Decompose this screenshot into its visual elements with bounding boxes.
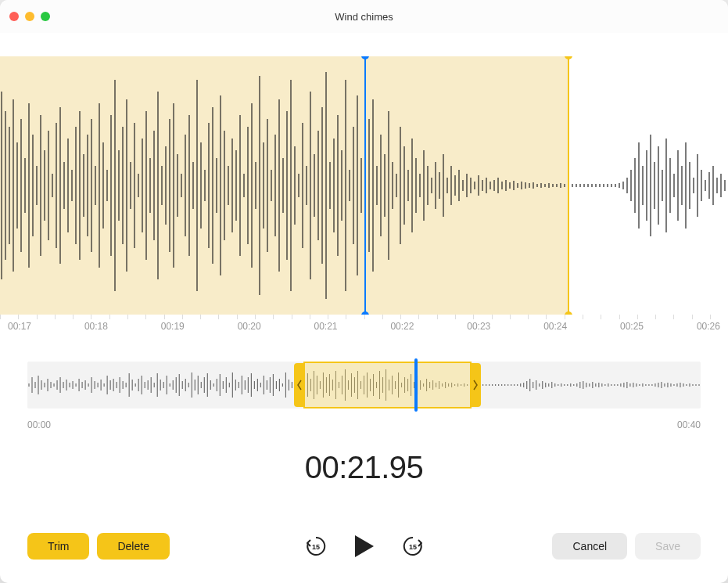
timeline-label: 00:24 <box>543 321 567 332</box>
timeline-label: 00:25 <box>620 321 644 332</box>
overview-labels: 00:00 00:40 <box>27 419 701 430</box>
close-window-button[interactable] <box>9 12 19 21</box>
save-button: Save <box>635 533 701 560</box>
skip-forward-15-icon: 15 <box>401 534 425 558</box>
skip-back-button[interactable]: 15 <box>303 534 328 559</box>
controls-left: Trim Delete <box>27 533 170 560</box>
main-waveform-area[interactable] <box>0 56 728 315</box>
voice-memos-edit-window: Wind chimes 00:17 00:18 00:19 00:20 00:2… <box>0 0 728 583</box>
overview-start-label: 00:00 <box>27 419 51 430</box>
svg-text:15: 15 <box>311 543 319 551</box>
delete-button[interactable]: Delete <box>97 533 169 560</box>
timeline-label: 00:22 <box>390 321 414 332</box>
trim-handle-right[interactable] <box>470 363 481 407</box>
overview-playhead[interactable] <box>414 358 418 412</box>
minimize-window-button[interactable] <box>25 12 34 21</box>
chevron-left-icon <box>296 379 303 391</box>
playhead[interactable] <box>364 56 366 315</box>
play-icon <box>353 534 375 559</box>
controls-bar: Trim Delete 15 15 <box>0 533 728 560</box>
cancel-button[interactable]: Cancel <box>552 533 627 560</box>
overview-end-label: 00:40 <box>677 419 701 430</box>
trim-button[interactable]: Trim <box>27 533 89 560</box>
skip-back-15-icon: 15 <box>304 534 328 558</box>
svg-text:15: 15 <box>408 543 416 551</box>
trim-end-marker[interactable] <box>568 56 569 315</box>
timeline-label: 00:21 <box>314 321 338 332</box>
timeline-label: 00:17 <box>8 321 31 332</box>
timeline-label: 00:26 <box>697 321 720 332</box>
timeline-label: 00:23 <box>467 321 490 332</box>
overview-waveform-area[interactable] <box>27 362 701 408</box>
timeline-label: 00:20 <box>238 321 261 332</box>
timeline-label: 00:19 <box>161 321 185 332</box>
trim-selection[interactable] <box>303 362 472 408</box>
trim-handle-left[interactable] <box>294 363 305 407</box>
time-display: 00:21.95 <box>0 450 728 485</box>
zoom-window-button[interactable] <box>41 12 50 21</box>
play-button[interactable] <box>350 532 378 560</box>
playback-controls: 15 15 <box>303 532 425 560</box>
timeline-label: 00:18 <box>84 321 108 332</box>
skip-forward-button[interactable]: 15 <box>400 534 425 559</box>
timeline-ruler: 00:17 00:18 00:19 00:20 00:21 00:22 00:2… <box>0 315 728 338</box>
window-title: Wind chimes <box>0 11 728 23</box>
chevron-right-icon <box>472 379 479 391</box>
window-titlebar: Wind chimes <box>0 0 728 33</box>
controls-right: Cancel Save <box>552 533 701 560</box>
traffic-lights <box>9 12 50 21</box>
